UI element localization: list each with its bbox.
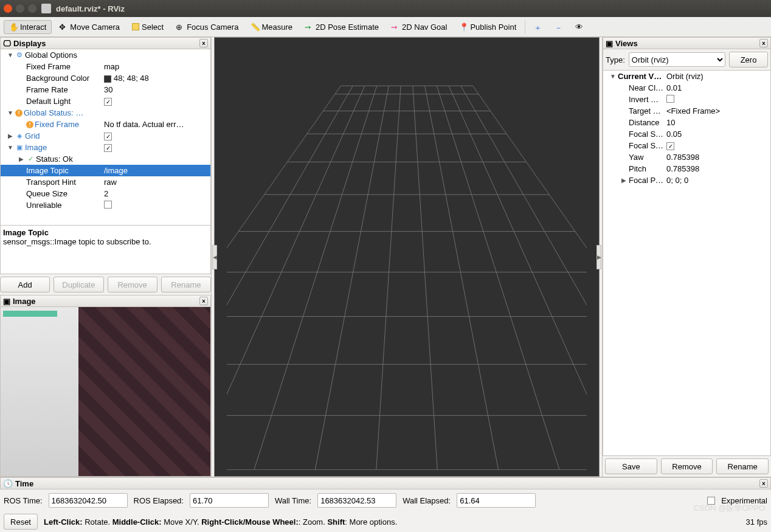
displays-close-button[interactable]: ×: [199, 39, 208, 47]
pose-estimate-button[interactable]: ➙2D Pose Estimate: [300, 21, 384, 33]
tree-row[interactable]: Image Topic/image: [1, 165, 210, 176]
left-splitter-handle[interactable]: ◀: [212, 245, 217, 269]
image-preview: [0, 307, 211, 477]
image-panel-close-button[interactable]: ×: [199, 297, 208, 305]
tree-row[interactable]: ▼▣Image✓: [1, 142, 210, 153]
ros-elapsed-field[interactable]: [190, 493, 269, 508]
tree-row[interactable]: Transport Hintraw: [1, 176, 210, 188]
pin-icon: 📍: [459, 22, 468, 31]
desc-title: Image Topic: [3, 228, 208, 237]
tree-row[interactable]: Default Light✓: [1, 95, 210, 107]
duplicate-button[interactable]: Duplicate: [54, 277, 103, 292]
svg-line-11: [473, 86, 587, 469]
move-camera-button[interactable]: ✥Move Camera: [54, 21, 125, 33]
ros-time-label: ROS Time:: [4, 496, 43, 505]
ros-time-field[interactable]: [49, 493, 128, 508]
tree-row[interactable]: ▶◈Grid✓: [1, 130, 210, 142]
add-button[interactable]: Add: [0, 277, 50, 292]
svg-line-2: [227, 86, 365, 469]
measure-button[interactable]: 📏Measure: [246, 21, 297, 33]
hand-icon: ✋: [9, 22, 18, 31]
tree-row[interactable]: Queue Size2: [1, 188, 210, 199]
wall-time-field[interactable]: [317, 493, 396, 508]
select-button[interactable]: Select: [127, 21, 168, 33]
window-title: default.rviz* - RViz: [56, 4, 125, 13]
focus-camera-button[interactable]: ⊕Focus Camera: [171, 21, 243, 33]
interact-label: Interact: [20, 22, 46, 32]
image-panel-header: ▣ Image ×: [0, 295, 211, 307]
tree-row[interactable]: ▼Current V…Orbit (rviz): [603, 71, 770, 82]
window-maximize-button[interactable]: [28, 4, 36, 13]
views-title: Views: [615, 39, 638, 48]
tree-row[interactable]: Pitch0.785398: [603, 163, 770, 174]
reset-button[interactable]: Reset: [4, 514, 38, 530]
nav-goal-button[interactable]: ➙2D Nav Goal: [386, 21, 452, 33]
arrow-pink-icon: ➙: [391, 22, 399, 31]
remove-button[interactable]: Remove: [108, 277, 157, 292]
monitor-icon: 🖵: [3, 39, 11, 48]
views-save-button[interactable]: Save: [605, 458, 657, 474]
rename-button[interactable]: Rename: [161, 277, 211, 292]
right-splitter-handle[interactable]: ▶: [596, 245, 601, 269]
focus-icon: ⊕: [176, 22, 184, 31]
tree-row[interactable]: Yaw0.785398: [603, 151, 770, 163]
tree-row[interactable]: Distance10: [603, 117, 770, 128]
add-tool-button[interactable]: ＋: [529, 21, 547, 33]
tree-row[interactable]: ▶Focal P…0; 0; 0: [603, 174, 770, 186]
tree-row[interactable]: ▼⚙Global Options: [1, 49, 210, 61]
tree-row[interactable]: Focal S…✓: [603, 140, 770, 151]
property-description: Image Topic sensor_msgs::Image topic to …: [0, 226, 211, 274]
measure-label: Measure: [261, 22, 292, 32]
tree-row[interactable]: !Fixed FrameNo tf data. Actual err…: [1, 119, 210, 130]
main-toolbar: ✋Interact ✥Move Camera Select ⊕Focus Cam…: [0, 17, 771, 37]
tree-row[interactable]: ▶✓Status: Ok: [1, 153, 210, 165]
publish-point-button[interactable]: 📍Publish Point: [454, 21, 521, 33]
views-rename-button[interactable]: Rename: [716, 458, 769, 474]
views-close-button[interactable]: ×: [759, 39, 768, 47]
tree-row[interactable]: ▼!Global Status: …: [1, 107, 210, 119]
fps-label: 31 fps: [746, 517, 767, 527]
tree-row[interactable]: Fixed Framemap: [1, 61, 210, 72]
views-type-row: Type: Orbit (rviz) Zero: [603, 49, 771, 70]
visibility-button[interactable]: 👁: [570, 21, 589, 33]
window-minimize-button[interactable]: [16, 4, 24, 13]
tree-row[interactable]: Unreliable: [1, 199, 210, 211]
svg-line-0: [227, 86, 341, 469]
status-bar: Reset Left-Click: Rotate. Middle-Click: …: [0, 511, 771, 532]
tree-row[interactable]: Target …<Fixed Frame>: [603, 105, 770, 117]
svg-line-7: [425, 86, 499, 469]
views-type-select[interactable]: Orbit (rviz): [629, 52, 725, 67]
ros-elapsed-label: ROS Elapsed:: [134, 496, 184, 505]
image-panel: ▣ Image ×: [0, 295, 211, 477]
interact-button[interactable]: ✋Interact: [4, 20, 52, 34]
zero-button[interactable]: Zero: [729, 52, 768, 67]
window-close-button[interactable]: [4, 4, 12, 13]
window-titlebar: default.rviz* - RViz: [0, 0, 771, 17]
publish-point-label: Publish Point: [470, 22, 516, 32]
displays-title: Displays: [13, 39, 46, 48]
wall-elapsed-label: Wall Elapsed:: [403, 496, 451, 505]
3d-viewport[interactable]: ◀ ▶: [214, 37, 600, 477]
tree-row[interactable]: Focal S…0.05: [603, 128, 770, 140]
plus-icon: ＋: [534, 22, 542, 31]
svg-line-9: [449, 86, 587, 469]
views-remove-button[interactable]: Remove: [661, 458, 713, 474]
experimental-checkbox[interactable]: [707, 497, 715, 505]
views-tree[interactable]: ▼Current V…Orbit (rviz)Near Cl…0.01Inver…: [603, 70, 771, 456]
time-title: Time: [15, 479, 33, 488]
svg-line-3: [254, 86, 377, 469]
tree-row[interactable]: Invert …: [603, 94, 770, 105]
displays-tree[interactable]: ▼⚙Global OptionsFixed FramemapBackground…: [0, 49, 211, 226]
remove-tool-button[interactable]: －: [550, 21, 568, 33]
window-controls: [4, 4, 36, 13]
mouse-hints: Left-Click: Rotate. Middle-Click: Move X…: [44, 517, 397, 527]
svg-line-8: [437, 86, 559, 469]
tree-row[interactable]: Frame Rate30: [1, 84, 210, 95]
time-close-button[interactable]: ×: [759, 479, 768, 488]
views-icon: ▣: [606, 39, 613, 48]
select-label: Select: [142, 22, 164, 32]
move-icon: ✥: [59, 22, 67, 31]
tree-row[interactable]: Near Cl…0.01: [603, 82, 770, 94]
wall-elapsed-field[interactable]: [457, 493, 536, 508]
tree-row[interactable]: Background Color48; 48; 48: [1, 72, 210, 84]
